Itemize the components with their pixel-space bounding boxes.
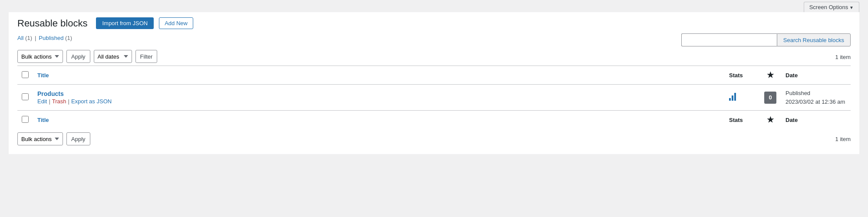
table-footer-row: Title Stats ★ Date xyxy=(17,111,851,129)
page-title: Reusable blocks xyxy=(17,18,87,29)
add-new-button[interactable]: Add New xyxy=(159,17,193,29)
bulk-actions-select-bottom[interactable]: Bulk actions xyxy=(17,132,63,145)
th-checkbox xyxy=(17,66,33,85)
export-json-link[interactable]: Export as JSON xyxy=(71,98,112,105)
bulk-actions-select-top[interactable]: Bulk actions xyxy=(17,50,63,63)
star-header-icon: ★ xyxy=(767,71,774,79)
tf-date[interactable]: Date xyxy=(781,111,851,129)
trash-link[interactable]: Trash xyxy=(52,98,66,105)
search-input[interactable] xyxy=(681,33,777,46)
td-title: Products Edit | Trash | Export as JSON xyxy=(33,85,725,111)
screen-options-button[interactable]: Screen Options xyxy=(804,2,859,12)
row-actions: Edit | Trash | Export as JSON xyxy=(37,98,720,105)
th-date[interactable]: Date xyxy=(781,66,851,85)
table-row: Products Edit | Trash | Export as JSON xyxy=(17,85,851,111)
th-stats: Stats xyxy=(725,66,759,85)
main-content: Reusable blocks Import from JSON Add New… xyxy=(9,12,859,154)
item-count-bottom: 1 item xyxy=(835,136,851,142)
star-footer-icon: ★ xyxy=(767,115,774,124)
top-toolbar: Bulk actions Apply All dates Filter 1 it… xyxy=(17,50,851,64)
sep: | xyxy=(35,35,36,41)
bottom-toolbar: Bulk actions Apply 1 item xyxy=(17,132,851,145)
select-all-checkbox-top[interactable] xyxy=(22,71,29,78)
select-all-checkbox-bottom[interactable] xyxy=(22,116,29,123)
top-row-flex: All (1) | Published (1) Search Reusable … xyxy=(17,33,851,46)
tf-checkbox xyxy=(17,111,33,129)
star-count-badge: 0 xyxy=(764,92,776,104)
tf-star: ★ xyxy=(759,111,781,129)
date-filter-select[interactable]: All dates xyxy=(94,50,132,63)
toolbar-left: Bulk actions Apply All dates Filter xyxy=(17,50,157,63)
bar-chart-icon xyxy=(729,93,736,101)
subsubsub: All (1) | Published (1) xyxy=(17,35,72,41)
filter-published-link[interactable]: Published (1) xyxy=(39,35,72,41)
filter-all-link[interactable]: All (1) xyxy=(17,35,32,41)
filter-button[interactable]: Filter xyxy=(135,50,158,63)
import-from-json-button[interactable]: Import from JSON xyxy=(96,17,154,29)
apply-button-top[interactable]: Apply xyxy=(66,50,90,63)
th-title[interactable]: Title xyxy=(33,66,725,85)
bottom-toolbar-left: Bulk actions Apply xyxy=(17,132,90,145)
td-date: Published 2023/03/02 at 12:36 am xyxy=(781,85,851,111)
sep2: | xyxy=(68,98,69,105)
top-bar: Screen Options xyxy=(0,0,868,12)
search-button[interactable]: Search Reusable blocks xyxy=(777,33,851,46)
tf-title[interactable]: Title xyxy=(33,111,725,129)
th-star: ★ xyxy=(759,66,781,85)
td-checkbox xyxy=(17,85,33,111)
search-box: Search Reusable blocks xyxy=(681,33,851,46)
apply-button-bottom[interactable]: Apply xyxy=(66,132,90,145)
page-wrapper: Screen Options Reusable blocks Import fr… xyxy=(0,0,868,154)
date-status: Published 2023/03/02 at 12:36 am xyxy=(785,89,846,106)
row-title-link[interactable]: Products xyxy=(37,90,64,97)
row-checkbox[interactable] xyxy=(22,93,29,100)
table-header-row: Title Stats ★ Date xyxy=(17,66,851,85)
tf-stats: Stats xyxy=(725,111,759,129)
td-stats xyxy=(725,85,759,111)
item-count-top: 1 item xyxy=(835,54,851,60)
reusable-blocks-table: Title Stats ★ Date Products E xyxy=(17,66,851,129)
td-star: 0 xyxy=(759,85,781,111)
sep1: | xyxy=(49,98,50,105)
header-row: Reusable blocks Import from JSON Add New xyxy=(17,17,851,29)
edit-link[interactable]: Edit xyxy=(37,98,47,105)
